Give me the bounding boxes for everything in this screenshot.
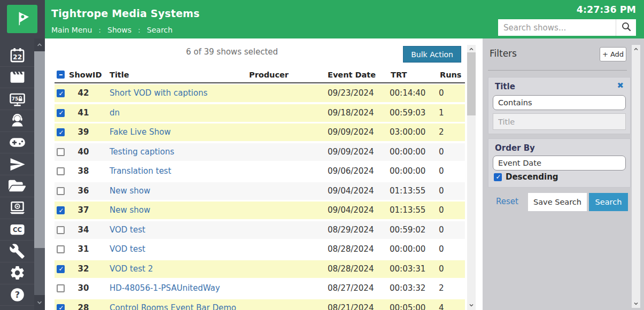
sidebar-scrollbar-thumb[interactable] (34, 51, 45, 248)
col-header-trt[interactable]: TRT (391, 68, 407, 82)
sidebar-item-settings[interactable] (0, 262, 34, 284)
app-title: Tightrope Media Systems (51, 7, 200, 19)
row-checkbox[interactable] (57, 148, 65, 156)
remove-filter-icon[interactable]: ✖ (617, 81, 624, 90)
tightrope-flag-icon (13, 9, 32, 29)
app-logo[interactable] (7, 5, 37, 33)
row-checkbox[interactable] (57, 226, 65, 234)
breadcrumb-search[interactable]: Search (147, 26, 173, 34)
show-title-link[interactable]: Short VOD with captions (110, 84, 207, 102)
row-checkbox[interactable] (57, 304, 65, 310)
filters-title: Filters (490, 48, 517, 59)
trt-cell: 00:00:00 (390, 143, 425, 161)
col-header-producer[interactable]: Producer (249, 68, 289, 82)
show-title-link[interactable]: New show (110, 201, 150, 219)
event-date-cell: 09/09/2024 (328, 123, 374, 141)
show-title-link[interactable]: VOD test 2 (110, 260, 153, 278)
search-submit-button[interactable] (616, 19, 636, 36)
filter-search-button[interactable]: Search (589, 193, 628, 211)
filters-panel: Filters + Add Title ✖ Contains Order By … (483, 38, 644, 310)
show-id: 31 (69, 241, 97, 258)
sidebar-item-help[interactable]: ? (0, 284, 34, 306)
row-checkbox[interactable] (57, 128, 65, 136)
breadcrumb-separator: : (138, 26, 141, 34)
sidebar-scrollbar[interactable] (34, 38, 45, 310)
row-checkbox[interactable] (57, 167, 65, 175)
scroll-down-icon[interactable] (34, 295, 45, 310)
runs-cell: 0 (439, 143, 444, 161)
event-date-cell: 08/27/2024 (328, 280, 374, 297)
sidebar-item-more[interactable] (0, 306, 34, 310)
sidebar-item-channel[interactable]: 75 (0, 88, 34, 110)
runs-cell: 0 (439, 162, 444, 180)
col-header-runs[interactable]: Runs (440, 68, 461, 82)
search-input[interactable] (498, 19, 616, 36)
table-header-row: ShowID Title Producer Event Date TRT Run… (55, 68, 465, 82)
show-id: 38 (69, 162, 97, 180)
sidebar-item-support[interactable] (0, 110, 34, 132)
show-title-link[interactable]: Translation test (110, 162, 171, 180)
row-checkbox[interactable] (57, 89, 65, 97)
col-header-event-date[interactable]: Event Date (328, 68, 376, 82)
table-scrollbar[interactable] (467, 45, 476, 310)
col-header-title[interactable]: Title (110, 68, 129, 82)
runs-cell: 1 (439, 104, 444, 122)
table-row: 31 VOD test 08/28/2024 00:00:00 0 (55, 241, 465, 258)
scroll-down-icon[interactable] (632, 300, 640, 307)
sidebar-item-shows[interactable] (0, 67, 34, 89)
show-title-link[interactable]: Fake Live Show (110, 123, 170, 141)
row-checkbox[interactable] (57, 206, 65, 214)
event-date-cell: 08/21/2024 (328, 299, 374, 310)
runs-cell: 0 (439, 201, 444, 219)
show-title-link[interactable]: dn (110, 104, 120, 122)
scroll-up-icon[interactable] (632, 45, 640, 53)
sidebar-item-files[interactable] (0, 175, 34, 197)
magnifier-icon (620, 21, 632, 35)
filters-divider (488, 70, 627, 71)
show-title-link[interactable]: Testing captions (110, 143, 174, 161)
show-id: 32 (69, 260, 97, 278)
sidebar-item-captions[interactable]: CC (0, 219, 34, 241)
runs-cell: 2 (439, 280, 444, 297)
row-checkbox[interactable] (57, 265, 65, 273)
col-header-showid[interactable]: ShowID (69, 68, 102, 82)
row-checkbox[interactable] (57, 245, 65, 253)
show-title-link[interactable]: New show (110, 182, 150, 200)
show-title-link[interactable]: HD-48056-1-PSAUnitedWay (110, 280, 220, 297)
row-checkbox[interactable] (57, 109, 65, 117)
title-filter-input[interactable] (493, 113, 626, 130)
breadcrumb-main-menu[interactable]: Main Menu (51, 26, 92, 34)
sidebar-item-send[interactable] (0, 153, 34, 175)
show-title-link[interactable]: Control Rooms Event Bar Demo (110, 299, 236, 310)
show-title-link[interactable]: VOD test (110, 221, 145, 239)
scroll-up-icon[interactable] (34, 38, 45, 51)
event-date-cell: 09/06/2024 (328, 162, 374, 180)
table-row: 39 Fake Live Show 09/09/2024 03:00:00 2 (55, 123, 465, 141)
bulk-action-button[interactable]: Bulk Action (403, 46, 461, 63)
select-all-checkbox[interactable] (57, 71, 65, 79)
gear-icon (9, 265, 26, 281)
scroll-down-icon[interactable] (468, 301, 475, 309)
sidebar-item-schedule[interactable]: 22 (0, 45, 34, 67)
table-row: 41 dn 09/18/2024 00:59:03 1 (55, 104, 465, 122)
sidebar-item-games[interactable] (0, 132, 34, 154)
add-filter-button[interactable]: + Add (600, 47, 626, 61)
show-title-link[interactable]: VOD test (110, 241, 145, 258)
order-by-select[interactable]: Event Date (493, 156, 626, 170)
event-date-cell: 08/28/2024 (328, 260, 374, 278)
scroll-up-icon[interactable] (468, 45, 475, 53)
app-window: Tightrope Media Systems Main Menu:Shows:… (0, 0, 644, 310)
descending-checkbox[interactable] (494, 173, 502, 181)
title-operator-select[interactable]: Contains (493, 95, 626, 110)
table-scrollbar-thumb[interactable] (467, 52, 476, 115)
runs-cell: 0 (439, 221, 444, 239)
sidebar-item-player[interactable] (0, 197, 34, 219)
breadcrumb-shows[interactable]: Shows (107, 26, 131, 34)
row-checkbox[interactable] (57, 187, 65, 195)
filters-scrollbar[interactable] (632, 45, 640, 308)
runs-cell: 2 (439, 123, 444, 141)
reset-link[interactable]: Reset (496, 197, 518, 206)
sidebar-item-tools[interactable] (0, 241, 34, 262)
save-search-button[interactable]: Save Search (528, 193, 587, 211)
row-checkbox[interactable] (57, 284, 65, 292)
